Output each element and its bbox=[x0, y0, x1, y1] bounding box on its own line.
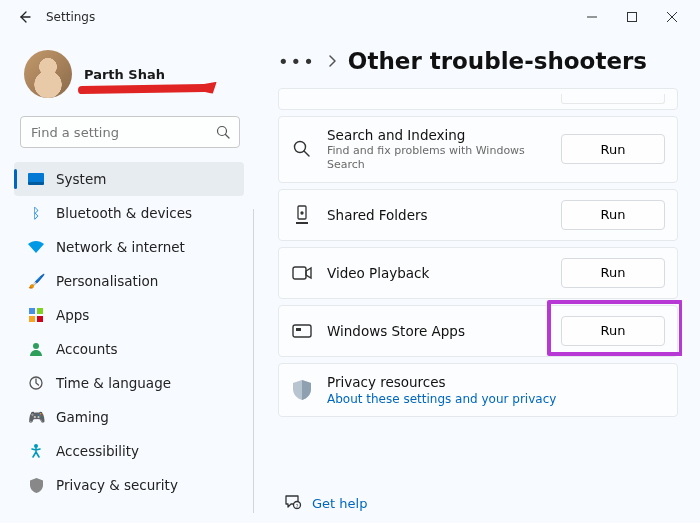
sidebar-item-label: Network & internet bbox=[56, 239, 185, 255]
troubleshooter-card-search: Search and Indexing Find and fix problem… bbox=[278, 116, 678, 183]
clock-icon bbox=[28, 375, 44, 391]
page-title: Other trouble-shooters bbox=[348, 48, 647, 74]
search-input[interactable] bbox=[20, 116, 240, 148]
sidebar-item-network[interactable]: Network & internet bbox=[14, 230, 244, 264]
troubleshooter-card-shared: Shared Folders Run bbox=[278, 189, 678, 241]
sidebar-item-personalisation[interactable]: 🖌️ Personalisation bbox=[14, 264, 244, 298]
get-help-link[interactable]: ? Get help bbox=[278, 484, 682, 517]
sidebar-item-accessibility[interactable]: Accessibility bbox=[14, 434, 244, 468]
sidebar-item-label: Gaming bbox=[56, 409, 109, 425]
person-icon bbox=[28, 341, 44, 357]
avatar bbox=[24, 50, 72, 98]
app-title: Settings bbox=[46, 10, 95, 24]
svg-rect-19 bbox=[293, 267, 306, 279]
card-title: Shared Folders bbox=[327, 207, 547, 223]
sidebar-item-label: Personalisation bbox=[56, 273, 158, 289]
shared-folders-icon bbox=[291, 205, 313, 225]
svg-rect-7 bbox=[28, 182, 44, 185]
profile-name: Parth Shah bbox=[84, 67, 165, 82]
sidebar-item-label: Privacy & security bbox=[56, 477, 178, 493]
search-indexing-icon bbox=[291, 139, 313, 159]
search-icon bbox=[215, 124, 231, 144]
svg-rect-20 bbox=[293, 325, 311, 337]
svg-point-12 bbox=[33, 343, 39, 349]
close-button[interactable] bbox=[652, 2, 692, 32]
run-button[interactable]: Run bbox=[561, 258, 665, 288]
svg-rect-9 bbox=[37, 308, 43, 314]
svg-text:?: ? bbox=[296, 503, 299, 509]
card-subtitle: Find and fix problems with Windows Searc… bbox=[327, 144, 547, 172]
card-title: Windows Store Apps bbox=[327, 323, 547, 339]
privacy-shield-icon bbox=[291, 380, 313, 400]
sidebar-item-bluetooth[interactable]: ᛒ Bluetooth & devices bbox=[14, 196, 244, 230]
breadcrumb-more[interactable]: ••• bbox=[278, 51, 316, 72]
bluetooth-icon: ᛒ bbox=[28, 205, 44, 221]
svg-rect-11 bbox=[37, 316, 43, 322]
minimize-button[interactable] bbox=[572, 2, 612, 32]
sidebar-item-gaming[interactable]: 🎮 Gaming bbox=[14, 400, 244, 434]
profile-section[interactable]: Parth Shah bbox=[14, 42, 246, 112]
get-help-label: Get help bbox=[312, 496, 367, 511]
troubleshooter-card-store: Windows Store Apps Run bbox=[278, 305, 678, 357]
privacy-card: Privacy resources About these settings a… bbox=[278, 363, 678, 417]
apps-icon bbox=[28, 307, 44, 323]
shield-icon bbox=[28, 477, 44, 493]
gaming-icon: 🎮 bbox=[28, 409, 44, 425]
run-button[interactable]: Run bbox=[561, 134, 665, 164]
sidebar-item-label: System bbox=[56, 171, 106, 187]
sidebar-item-privacy[interactable]: Privacy & security bbox=[14, 468, 244, 502]
run-button-highlighted[interactable]: Run bbox=[561, 316, 665, 346]
card-title: Video Playback bbox=[327, 265, 547, 281]
card-title: Privacy resources bbox=[327, 374, 665, 390]
privacy-link[interactable]: About these settings and your privacy bbox=[327, 392, 665, 406]
maximize-button[interactable] bbox=[612, 2, 652, 32]
video-icon bbox=[291, 266, 313, 280]
svg-line-16 bbox=[304, 151, 309, 156]
back-button[interactable] bbox=[16, 9, 32, 25]
svg-rect-10 bbox=[29, 316, 35, 322]
system-icon bbox=[28, 171, 44, 187]
run-button[interactable]: Run bbox=[561, 200, 665, 230]
help-icon: ? bbox=[284, 494, 302, 513]
accessibility-icon bbox=[28, 443, 44, 459]
sidebar-item-system[interactable]: System bbox=[14, 162, 244, 196]
store-apps-icon bbox=[291, 324, 313, 338]
sidebar-item-apps[interactable]: Apps bbox=[14, 298, 244, 332]
redaction-mark bbox=[78, 83, 208, 93]
brush-icon: 🖌️ bbox=[28, 273, 44, 289]
svg-rect-8 bbox=[29, 308, 35, 314]
troubleshooter-card-partial bbox=[278, 88, 678, 110]
sidebar-item-label: Accounts bbox=[56, 341, 118, 357]
sidebar-item-label: Bluetooth & devices bbox=[56, 205, 192, 221]
wifi-icon bbox=[28, 239, 44, 255]
svg-line-5 bbox=[226, 135, 230, 139]
sidebar-item-accounts[interactable]: Accounts bbox=[14, 332, 244, 366]
card-title: Search and Indexing bbox=[327, 127, 547, 143]
sidebar-divider bbox=[253, 209, 254, 513]
search-field[interactable] bbox=[31, 125, 209, 140]
sidebar-item-label: Apps bbox=[56, 307, 89, 323]
svg-rect-1 bbox=[628, 13, 637, 22]
chevron-right-icon bbox=[328, 52, 336, 71]
troubleshooter-card-video: Video Playback Run bbox=[278, 247, 678, 299]
sidebar-item-time[interactable]: Time & language bbox=[14, 366, 244, 400]
svg-point-18 bbox=[301, 212, 303, 214]
sidebar-item-label: Time & language bbox=[56, 375, 171, 391]
sidebar-item-label: Accessibility bbox=[56, 443, 139, 459]
svg-rect-21 bbox=[296, 328, 301, 331]
